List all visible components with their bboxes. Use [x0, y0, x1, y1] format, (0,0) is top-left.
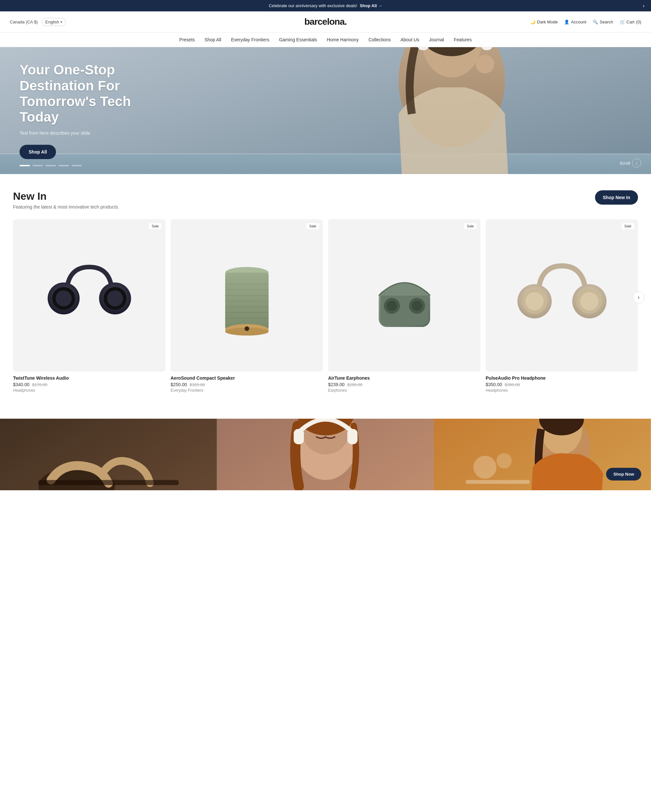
sale-badge-3: Sale	[464, 223, 477, 229]
svg-point-53	[474, 456, 497, 479]
hero-dot-4[interactable]	[59, 165, 69, 166]
svg-point-26	[245, 326, 249, 331]
language-selector[interactable]: English ▾	[42, 18, 66, 26]
svg-rect-41	[38, 480, 179, 485]
search-button[interactable]: 🔍 Search	[593, 20, 613, 24]
announcement-text: Celebrate our anniversary with exclusive…	[269, 3, 358, 8]
bottom-image-3: Shop Now	[434, 419, 651, 490]
nav-item-journal[interactable]: Journal	[429, 37, 444, 42]
cart-icon: 🛒	[620, 20, 625, 24]
svg-point-8	[475, 55, 494, 73]
product-price-2: $250.00 $320.00	[171, 382, 323, 387]
shop-new-in-button[interactable]: Shop New In	[595, 190, 638, 205]
product-image-3[interactable]: Sale	[328, 219, 480, 371]
scroll-label: Scroll	[619, 161, 630, 166]
product-category-1: Headphones	[13, 388, 165, 393]
product-card-4: Sale PulseAudi	[486, 219, 638, 393]
account-button[interactable]: 👤 Account	[564, 20, 586, 24]
svg-point-54	[497, 453, 512, 469]
bottom-image-1	[0, 419, 217, 490]
hero-section: Your One-Stop Destination For Tomorrow's…	[0, 47, 651, 174]
svg-point-38	[580, 292, 598, 310]
product-old-price-3: $280.00	[347, 382, 362, 387]
nav-item-everyday-frontiers[interactable]: Everyday Frontiers	[231, 37, 269, 42]
svg-rect-46	[293, 429, 304, 444]
svg-point-32	[412, 301, 422, 311]
product-price-4: $350.00 $390.00	[486, 382, 638, 387]
svg-point-30	[387, 301, 397, 311]
hero-cta-button[interactable]: Shop All	[20, 145, 56, 159]
product-price-1: $340.00 $170.00	[13, 382, 165, 387]
scroll-arrow-icon[interactable]: ↓	[632, 159, 641, 168]
header-right: 🌙 Dark Mode 👤 Account 🔍 Search 🛒 Cart (0…	[530, 20, 641, 24]
product-image-4[interactable]: Sale	[486, 219, 638, 371]
bottom-image-2	[217, 419, 434, 490]
product-image-1[interactable]: Sale	[13, 219, 165, 371]
hero-subtitle: Text from here describes your slide	[20, 130, 150, 136]
product-name-4: PulseAudio Pro Headphone	[486, 375, 638, 381]
product-name-1: TwistTune Wireless Audio	[13, 375, 165, 381]
products-row: Sale TwistTune	[13, 219, 638, 393]
new-in-heading: New In Featuring the latest & most innov…	[13, 190, 119, 209]
person-icon: 👤	[564, 20, 569, 24]
nav-item-collections[interactable]: Collections	[368, 37, 391, 42]
svg-point-11	[55, 290, 71, 306]
region-label: Canada (CA $)	[10, 20, 38, 24]
product-category-3: Earphones	[328, 388, 480, 393]
product-old-price-1: $170.00	[32, 382, 47, 387]
nav-item-about-us[interactable]: About Us	[400, 37, 419, 42]
sale-badge-1: Sale	[149, 223, 162, 229]
sale-badge-2: Sale	[307, 223, 319, 229]
svg-point-14	[107, 290, 123, 306]
hero-dot-2[interactable]	[32, 165, 43, 166]
moon-icon: 🌙	[530, 20, 535, 24]
svg-rect-52	[466, 480, 530, 484]
hero-scroll: Scroll ↓	[619, 159, 641, 168]
nav-item-features[interactable]: Features	[454, 37, 472, 42]
new-in-section: New In Featuring the latest & most innov…	[0, 174, 651, 406]
header: Canada (CA $) English ▾ barcelona. 🌙 Dar…	[0, 11, 651, 32]
product-name-3: AirTune Earphones	[328, 375, 480, 381]
dark-mode-toggle[interactable]: 🌙 Dark Mode	[530, 20, 558, 24]
hero-dots	[20, 165, 82, 166]
sale-badge-4: Sale	[622, 223, 634, 229]
main-nav: Presets Shop All Everyday Frontiers Gami…	[0, 32, 651, 47]
new-in-title: New In	[13, 190, 119, 202]
hero-dot-5[interactable]	[72, 165, 82, 166]
new-in-header: New In Featuring the latest & most innov…	[13, 190, 638, 209]
product-category-4: Headphones	[486, 388, 638, 393]
nav-item-home-harmony[interactable]: Home Harmony	[327, 37, 359, 42]
svg-rect-47	[347, 429, 358, 444]
search-icon: 🔍	[593, 20, 598, 24]
product-name-2: AeroSound Compact Speaker	[171, 375, 323, 381]
cart-button[interactable]: 🛒 Cart (0)	[620, 20, 641, 24]
language-label: English	[45, 20, 59, 24]
hero-title: Your One-Stop Destination For Tomorrow's…	[20, 62, 150, 125]
bottom-images-section: Shop Now	[0, 419, 651, 490]
cart-count: (0)	[636, 20, 641, 24]
nav-item-gaming-essentials[interactable]: Gaming Essentials	[279, 37, 317, 42]
product-card-3: Sale	[328, 219, 480, 393]
site-logo[interactable]: barcelona.	[304, 17, 347, 27]
product-card-1: Sale TwistTune	[13, 219, 165, 393]
chevron-down-icon: ▾	[61, 20, 62, 24]
announcement-bar: Celebrate our anniversary with exclusive…	[0, 0, 651, 11]
announcement-close[interactable]: ›	[643, 3, 645, 9]
hero-dot-3[interactable]	[46, 165, 56, 166]
announcement-link[interactable]: Shop All →	[360, 3, 382, 8]
hero-content: Your One-Stop Destination For Tomorrow's…	[0, 62, 169, 159]
product-image-2[interactable]: Sale	[171, 219, 323, 371]
hero-dot-1[interactable]	[20, 165, 30, 166]
product-card-2: Sale	[171, 219, 323, 393]
svg-point-35	[525, 292, 544, 310]
banner-shop-now-button[interactable]: Shop Now	[606, 468, 641, 481]
new-in-subtitle: Featuring the latest & most innovative t…	[13, 204, 119, 209]
products-next-arrow[interactable]: ›	[633, 292, 645, 303]
product-old-price-4: $390.00	[505, 382, 520, 387]
product-old-price-2: $320.00	[190, 382, 205, 387]
product-category-2: Everyday Frontiers	[171, 388, 323, 393]
nav-item-presets[interactable]: Presets	[179, 37, 195, 42]
product-price-3: $239.00 $280.00	[328, 382, 480, 387]
nav-item-shop-all[interactable]: Shop All	[205, 37, 221, 42]
header-left: Canada (CA $) English ▾	[10, 18, 66, 26]
